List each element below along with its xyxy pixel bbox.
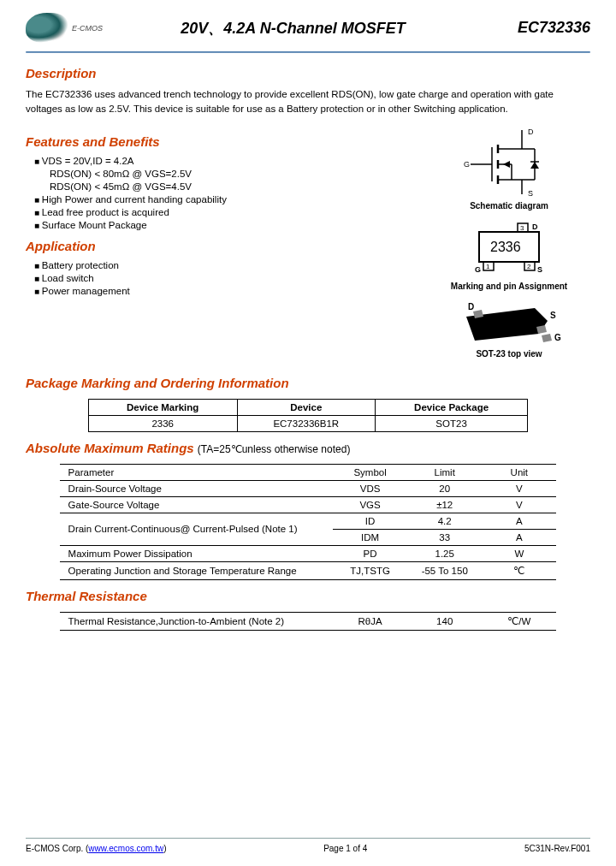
list-item: Lead free product is acquired <box>34 207 411 217</box>
logo-text: E-CMOS <box>72 24 103 33</box>
svg-marker-37 <box>542 334 552 342</box>
ratings-table: Parameter Symbol Limit Unit Drain-Source… <box>60 464 557 580</box>
footer-divider <box>26 838 590 839</box>
svg-text:G: G <box>464 160 470 169</box>
application-list: Battery protection Load switch Power man… <box>34 260 411 296</box>
section-package-marking-title: Package Marking and Ordering Information <box>26 376 590 390</box>
footer-url-link[interactable]: www.ecmos.com.tw <box>88 844 163 853</box>
svg-marker-18 <box>530 162 539 169</box>
footer: E-CMOS Corp. (www.ecmos.com.tw) Page 1 o… <box>26 844 590 853</box>
table-row: Drain-Source Voltage VDS 20 V <box>60 480 557 496</box>
table-header: Limit <box>407 464 482 480</box>
section-application-title: Application <box>26 239 411 253</box>
document-title: 20V、4.2A N-Channel MOSFET <box>103 18 518 39</box>
list-item: Battery protection <box>34 260 411 270</box>
list-item: Load switch <box>34 273 411 283</box>
table-row: Thermal Resistance,Junction-to-Ambient (… <box>60 612 557 630</box>
list-item: RDS(ON) < 45mΩ @ VGS=4.5V <box>50 181 411 192</box>
svg-text:D: D <box>528 128 534 136</box>
header-divider <box>26 51 590 53</box>
schematic-label: Schematic diagram <box>428 201 590 211</box>
svg-text:G: G <box>475 265 481 274</box>
table-header: Parameter <box>60 464 333 480</box>
table-header: Device <box>237 399 375 415</box>
section-description-title: Description <box>26 66 590 80</box>
mosfet-schematic-icon: D G <box>462 126 556 199</box>
svg-text:S: S <box>550 311 556 320</box>
features-list: VDS = 20V,ID = 4.2A RDS(ON) < 80mΩ @ VGS… <box>34 156 411 230</box>
svg-text:2: 2 <box>527 263 531 270</box>
logo: E-CMOS <box>26 13 103 43</box>
svg-text:3: 3 <box>520 224 524 232</box>
table-header: Device Marking <box>88 399 237 415</box>
footer-left: E-CMOS Corp. (www.ecmos.com.tw) <box>26 844 166 853</box>
package-diagram: D S G SOT-23 top view <box>428 300 590 359</box>
table-header: Unit <box>482 464 556 480</box>
svg-text:1: 1 <box>486 263 490 270</box>
footer-rev: 5C31N-Rev.F001 <box>524 844 590 853</box>
section-absolute-max-title: Absolute Maximum Ratings <box>26 441 198 455</box>
absolute-max-note: (TA=25℃unless otherwise noted) <box>198 443 351 455</box>
marking-diagram-icon: 3 D 1 G 2 S 2336 <box>458 219 560 279</box>
marking-diagram: 3 D 1 G 2 S 2336 Marking and pin Assignm… <box>428 219 590 291</box>
header: E-CMOS 20V、4.2A N-Channel MOSFET EC73233… <box>26 13 590 43</box>
table-row: Operating Junction and Storage Temperatu… <box>60 561 557 579</box>
section-thermal-title: Thermal Resistance <box>26 589 590 603</box>
list-item: RDS(ON) < 80mΩ @ VGS=2.5V <box>50 169 411 179</box>
footer-page: Page 1 of 4 <box>323 844 367 853</box>
svg-text:S: S <box>528 189 533 198</box>
package-label: SOT-23 top view <box>428 349 590 359</box>
svg-text:S: S <box>537 265 542 274</box>
svg-text:D: D <box>468 302 474 311</box>
logo-swirl-icon <box>26 13 68 43</box>
table-header: Symbol <box>333 464 407 480</box>
schematic-diagram: D G <box>428 126 590 211</box>
table-row: Drain Current-Continuous@ Current-Pulsed… <box>60 513 557 529</box>
svg-marker-10 <box>503 161 510 168</box>
section-features-title: Features and Benefits <box>26 134 411 149</box>
svg-text:D: D <box>532 222 538 231</box>
list-item: High Power and current handing capabilit… <box>34 194 411 205</box>
table-header: Device Package <box>375 399 528 415</box>
section-absolute-max: Absolute Maximum Ratings (TA=25℃unless o… <box>26 441 590 455</box>
thermal-table: Thermal Resistance,Junction-to-Ambient (… <box>60 612 557 631</box>
list-item: VDS = 20V,ID = 4.2A <box>34 156 411 166</box>
part-number: EC732336 <box>518 19 590 37</box>
marking-label: Marking and pin Assignment <box>428 282 590 291</box>
table-row: Gate-Source Voltage VGS ±12 V <box>60 496 557 513</box>
table-row: 2336 EC732336B1R SOT23 <box>88 415 528 431</box>
list-item: Surface Mount Package <box>34 220 411 230</box>
description-text: The EC732336 uses advanced trench techno… <box>26 87 590 117</box>
svg-text:2336: 2336 <box>490 240 521 254</box>
list-item: Power management <box>34 286 411 296</box>
svg-text:G: G <box>554 333 561 342</box>
ordering-table: Device Marking Device Device Package 233… <box>88 399 529 432</box>
sot23-package-icon: D S G <box>449 300 569 347</box>
table-row: Maximum Power Dissipation PD 1.25 W <box>60 545 557 561</box>
